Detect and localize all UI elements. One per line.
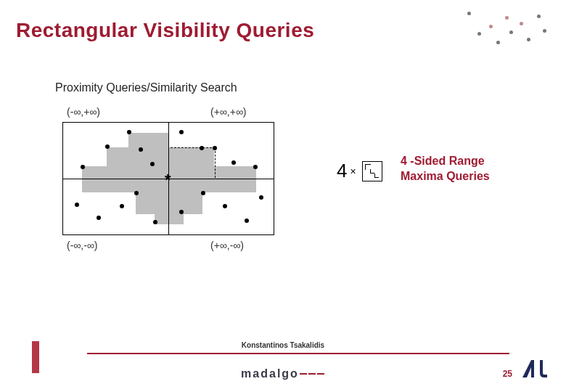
staircase-icon [362, 161, 382, 181]
annotation-label: 4 -Sided Range Maxima Queries [401, 154, 490, 184]
times-icon: × [350, 166, 356, 177]
slide-footer: Konstantinos Tsakalidis madalgo 25 [0, 338, 566, 392]
page-number: 25 [503, 369, 512, 379]
slide-subtitle: Proximity Queries/Similarity Search [55, 81, 237, 94]
query-point-star-icon: * [165, 172, 171, 188]
quadrant-label-bottom-left: (-∞,-∞) [67, 240, 98, 251]
quadrant-label-bottom-right: (+∞,-∞) [210, 240, 244, 251]
annotation-label-line2: Maxima Queries [401, 169, 490, 184]
annotation-multiplier: 4 × [337, 160, 382, 182]
slide-title: Rectangular Visibility Queries [16, 19, 314, 42]
footer-author: Konstantinos Tsakalidis [0, 341, 566, 349]
annotation-label-line1: 4 -Sided Range [401, 154, 490, 169]
quadrant-label-top-right: (+∞,+∞) [210, 106, 247, 118]
corner-dots-decoration [464, 9, 551, 52]
footer-rule [87, 353, 509, 354]
quadrant-diagram: * [62, 122, 274, 235]
madalgo-wordmark: madalgo [0, 367, 566, 380]
au-logo-icon [520, 357, 549, 380]
annotation-count: 4 [337, 160, 347, 182]
quadrant-label-top-left: (-∞,+∞) [67, 106, 100, 118]
